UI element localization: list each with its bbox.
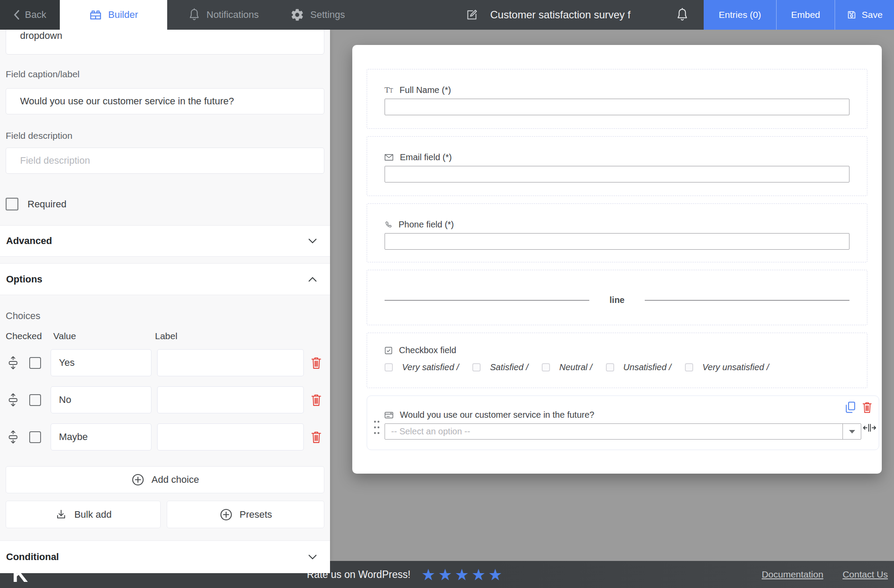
field-block-checkbox[interactable]: Checkbox field Very satisfied / Satisfie…	[367, 333, 867, 388]
checked-box-icon	[385, 347, 392, 354]
dropdown-widget-icon	[385, 412, 393, 419]
drag-handle-icon[interactable]	[373, 420, 380, 435]
save-icon	[846, 10, 857, 20]
entries-button[interactable]: Entries (0)	[704, 0, 776, 30]
add-choice-button[interactable]: Add choice	[6, 466, 324, 493]
presets-button[interactable]: Presets	[167, 501, 324, 528]
field-block-dropdown-selected[interactable]: Would you use our customer service in th…	[367, 395, 879, 450]
embed-button[interactable]: Embed	[776, 0, 835, 30]
options-label: Options	[6, 274, 42, 285]
col-label: Label	[155, 331, 324, 341]
tab-builder-label: Builder	[108, 9, 138, 21]
bulk-add-button[interactable]: Bulk add	[6, 501, 161, 528]
choice-row	[6, 349, 324, 376]
embed-label: Embed	[791, 10, 820, 20]
choice-row	[6, 386, 324, 413]
delete-choice-icon[interactable]	[310, 430, 322, 444]
field-block-phone[interactable]: Phone field (*)	[367, 203, 867, 262]
envelope-icon	[385, 154, 393, 161]
conditional-label: Conditional	[6, 551, 59, 563]
sort-handle-icon[interactable]	[7, 356, 19, 370]
section-options[interactable]: Options	[0, 263, 330, 295]
email-input[interactable]	[385, 166, 849, 182]
tab-builder[interactable]: Builder	[60, 0, 167, 30]
edit-title-icon[interactable]	[465, 8, 478, 21]
footer-links: Documentation Contact Us	[762, 561, 888, 588]
checkbox-option[interactable]: Neutral /	[542, 362, 592, 372]
choice-label-input[interactable]	[157, 423, 304, 450]
checkbox-option-label: Very satisfied /	[402, 362, 459, 372]
divider-row: line	[385, 295, 849, 305]
divider-line-right	[645, 300, 849, 301]
checkbox-option[interactable]: Unsatisfied /	[606, 362, 671, 372]
checkbox-option-label: Satisfied /	[490, 362, 528, 372]
section-advanced[interactable]: Advanced	[0, 225, 330, 257]
email-label: Email field (*)	[400, 152, 452, 162]
delete-field-icon[interactable]	[862, 401, 873, 413]
field-block-full-name[interactable]: TT Full Name (*)	[367, 69, 867, 129]
field-label-row: TT Full Name (*)	[385, 69, 849, 95]
download-icon	[55, 508, 68, 521]
choice-value-input[interactable]	[51, 386, 151, 413]
choice-checked-checkbox[interactable]	[29, 431, 41, 443]
field-block-divider[interactable]: line	[367, 270, 867, 325]
tab-settings[interactable]: Settings	[275, 0, 361, 30]
description-label: Field description	[6, 131, 324, 141]
notifications-bell-icon[interactable]	[676, 7, 689, 22]
required-row[interactable]: Required	[6, 198, 324, 210]
choice-value-input[interactable]	[51, 423, 151, 450]
full-name-input[interactable]	[385, 99, 849, 115]
rate-us-group: Rate us on WordPress! ★★★★★	[307, 561, 505, 588]
phone-input[interactable]	[385, 233, 849, 250]
field-block-email[interactable]: Email field (*)	[367, 136, 867, 196]
add-choice-label: Add choice	[151, 474, 199, 485]
form-title[interactable]: Customer satisfaction survey f	[490, 9, 630, 21]
choice-value-input[interactable]	[51, 349, 151, 376]
resize-width-icon[interactable]	[863, 422, 877, 433]
checkbox[interactable]	[685, 363, 693, 371]
choices-title: Choices	[6, 310, 324, 322]
builder-brick-icon	[89, 8, 102, 21]
contact-us-link[interactable]: Contact Us	[842, 569, 888, 580]
checkbox[interactable]	[542, 363, 550, 371]
five-stars-rating[interactable]: ★★★★★	[421, 566, 505, 583]
chevron-down-icon	[308, 238, 317, 244]
description-input[interactable]	[6, 148, 324, 174]
checkbox[interactable]	[385, 363, 393, 371]
documentation-link[interactable]: Documentation	[762, 569, 823, 580]
checkbox[interactable]	[606, 363, 614, 371]
topbar: Back Builder Notifications Settings Cust…	[0, 0, 894, 30]
caption-input[interactable]	[6, 88, 324, 114]
choice-label-input[interactable]	[157, 349, 304, 376]
divider-line-left	[385, 300, 589, 301]
checkbox-option[interactable]: Satisfied /	[472, 362, 528, 372]
col-value: Value	[53, 331, 155, 341]
divider-label: line	[589, 295, 644, 305]
checkbox[interactable]	[472, 363, 481, 371]
chevron-up-icon	[308, 277, 317, 282]
tab-notifications[interactable]: Notifications	[167, 0, 275, 30]
required-checkbox[interactable]	[6, 198, 18, 210]
phone-icon	[385, 221, 392, 228]
checkbox-option[interactable]: Very satisfied /	[385, 362, 459, 372]
main-area: Field caption/label Field description Re…	[0, 30, 894, 561]
section-conditional[interactable]: Conditional	[0, 540, 330, 573]
choice-label-input[interactable]	[157, 386, 304, 413]
choice-checked-checkbox[interactable]	[29, 394, 41, 406]
checkbox-option[interactable]: Very unsatisfied /	[685, 362, 769, 372]
delete-choice-icon[interactable]	[310, 393, 322, 406]
duplicate-field-icon[interactable]	[845, 401, 856, 413]
choice-checked-checkbox[interactable]	[29, 357, 41, 369]
dropdown-arrow[interactable]	[842, 424, 861, 439]
bulk-add-label: Bulk add	[74, 509, 112, 520]
sort-handle-icon[interactable]	[7, 393, 19, 407]
field-tools	[845, 401, 873, 413]
topbar-actions: Entries (0) Embed Save	[704, 0, 894, 30]
save-button[interactable]: Save	[835, 0, 894, 30]
gear-icon	[290, 8, 304, 22]
back-button[interactable]: Back	[0, 0, 60, 30]
delete-choice-icon[interactable]	[310, 356, 322, 369]
dropdown-select[interactable]: -- Select an option --	[385, 423, 861, 440]
sort-handle-icon[interactable]	[7, 430, 19, 444]
plus-circle-icon	[219, 508, 233, 522]
